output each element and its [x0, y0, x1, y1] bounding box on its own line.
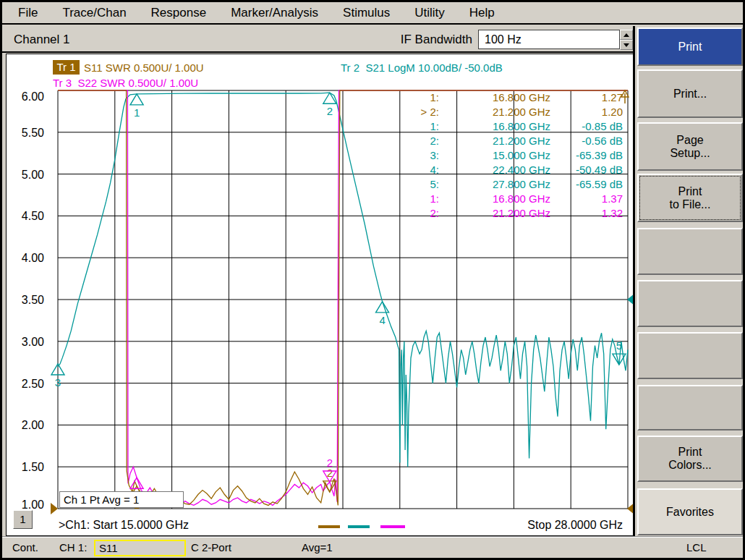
trace1-legend[interactable]: S11 SWR 0.500U/ 1.00U	[84, 61, 204, 74]
softkey-print[interactable]: Print...	[637, 69, 743, 118]
marker-number: 1:	[430, 120, 439, 132]
softkey-page-setup[interactable]: Page Setup...	[637, 122, 743, 171]
marker-row: 3:15.000 GHz-65.39 dB	[407, 149, 624, 164]
marker-2-label: 2	[327, 457, 333, 469]
menu-item-trace-chan[interactable]: Trace/Chan	[62, 6, 126, 20]
marker-number: > 2:	[421, 106, 439, 118]
marker-row: 2:21.200 GHz1.32	[407, 207, 624, 221]
marker-value: -0.56 dB	[582, 135, 623, 147]
analyzer-screen: FileTrace/ChanResponseMarker/AnalysisSti…	[0, 0, 745, 560]
marker-number: 2:	[430, 207, 439, 219]
y-tick-label: 1.50	[11, 461, 44, 474]
status-averaging: Avg=1	[302, 541, 333, 553]
marker-3-label: 3	[55, 376, 61, 389]
menu-item-stimulus[interactable]: Stimulus	[343, 6, 390, 20]
marker-row: > 2:21.200 GHz1.20	[407, 106, 624, 120]
softkey-print[interactable]: Print	[637, 27, 743, 66]
window-badge[interactable]: 1	[13, 510, 33, 529]
channel-title: Channel 1	[14, 33, 70, 47]
marker-frequency: 21.200 GHz	[493, 207, 550, 219]
trace2-legend[interactable]: Tr 2 S21 LogM 10.00dB/ -50.0dB	[341, 61, 503, 74]
menu-bar: FileTrace/ChanResponseMarker/AnalysisSti…	[2, 2, 743, 25]
marker-4-symbol	[376, 302, 389, 313]
if-bandwidth-spinner-up[interactable]	[620, 30, 633, 40]
marker-frequency: 16.800 GHz	[493, 91, 550, 103]
marker-row: 1:16.800 GHz1.37	[407, 192, 624, 207]
softkey-blank-4	[637, 228, 743, 275]
if-bandwidth-input[interactable]: 100 Hz	[478, 30, 620, 49]
y-tick-label: 3.50	[11, 294, 44, 307]
marker-value: 1.37	[602, 192, 623, 205]
spinner-down-icon	[623, 43, 629, 47]
softkey-blank-6	[637, 332, 743, 379]
marker-frequency: 27.800 GHz	[493, 178, 550, 190]
marker-value: 1.20	[602, 106, 623, 118]
marker-number: 3:	[430, 149, 439, 161]
spinner-up-icon	[623, 33, 629, 37]
marker-value: -50.49 dB	[576, 164, 623, 176]
channel-annotation: Ch 1 Pt Avg = 1	[59, 491, 184, 508]
marker-2-symbol	[323, 93, 336, 103]
marker-1-symbol	[130, 94, 143, 105]
y-tick-label: 6.00	[11, 90, 44, 103]
y-tick-label: 5.00	[11, 169, 44, 182]
if-bandwidth-spinner-down[interactable]	[620, 40, 633, 50]
marker-number: 4:	[430, 164, 439, 176]
marker-row: 5:27.800 GHz-65.59 dB	[407, 178, 624, 192]
status-channel: CH 1:	[59, 541, 87, 553]
marker-row: 1:16.800 GHz1.27	[407, 91, 624, 106]
menu-item-marker-analysis[interactable]: Marker/Analysis	[231, 6, 318, 20]
if-bandwidth-label: IF Bandwidth	[342, 33, 472, 47]
marker-frequency: 16.800 GHz	[493, 192, 550, 205]
marker-number: 5:	[430, 178, 439, 190]
status-sweep: Cont.	[12, 541, 38, 553]
trace2-color-key	[348, 525, 370, 528]
marker-number: 1:	[430, 192, 439, 205]
marker-value: 1.27	[602, 91, 623, 103]
menu-item-help[interactable]: Help	[469, 6, 495, 20]
y-tick-label: 5.50	[11, 127, 44, 140]
marker-frequency: 21.200 GHz	[493, 135, 550, 147]
y-tick-label: 3.00	[11, 336, 44, 349]
marker-number: 1:	[430, 91, 439, 103]
trace1-tag[interactable]: Tr 1	[53, 60, 80, 75]
status-measurement[interactable]: S11	[94, 540, 186, 556]
status-mode: LCL	[686, 541, 707, 553]
y-tick-label: 4.50	[11, 210, 44, 223]
marker-value: 1.32	[602, 207, 623, 219]
softkey-blank-5	[637, 280, 743, 327]
marker-value: -0.85 dB	[582, 120, 623, 132]
marker-2-label: 2	[327, 105, 333, 117]
marker-number: 2:	[430, 135, 439, 147]
status-cal: C 2-Port	[191, 541, 231, 553]
softkey-favorites[interactable]: Favorites	[637, 488, 743, 535]
marker-frequency: 22.400 GHz	[493, 164, 550, 176]
marker-row: 1:16.800 GHz-0.85 dB	[407, 120, 624, 135]
reference-level-arrow	[51, 503, 58, 514]
softkey-blank-7	[637, 385, 743, 430]
trace3-color-key	[380, 525, 405, 528]
marker-value: -65.39 dB	[576, 149, 623, 161]
marker-row: 4:22.400 GHz-50.49 dB	[407, 164, 624, 178]
softkey-print-to-file[interactable]: Print to File...	[637, 174, 743, 222]
marker-value: -65.59 dB	[576, 178, 623, 190]
menu-item-response[interactable]: Response	[151, 6, 207, 20]
menu-item-utility[interactable]: Utility	[414, 6, 445, 20]
y-tick-label: 2.50	[11, 378, 44, 391]
marker-5-label: 5	[616, 339, 622, 352]
trace3-legend[interactable]: Tr 3 S22 SWR 0.500U/ 1.00U	[53, 77, 198, 89]
start-frequency-label: >Ch1: Start 15.0000 GHz	[59, 519, 189, 532]
marker-frequency: 16.800 GHz	[493, 120, 550, 132]
softkey-print-colors[interactable]: Print Colors...	[637, 436, 743, 482]
y-tick-label: 2.00	[11, 419, 44, 432]
menu-item-file[interactable]: File	[18, 6, 38, 20]
trace1-color-key	[318, 525, 340, 528]
marker-1-label: 1	[134, 106, 140, 119]
marker-frequency: 21.200 GHz	[493, 106, 550, 118]
marker-row: 2:21.200 GHz-0.56 dB	[407, 135, 624, 149]
y-tick-label: 4.00	[11, 252, 44, 265]
marker-frequency: 15.000 GHz	[493, 149, 550, 161]
marker-4-label: 4	[379, 314, 385, 326]
stop-frequency-label: Stop 28.0000 GHz	[436, 519, 623, 532]
